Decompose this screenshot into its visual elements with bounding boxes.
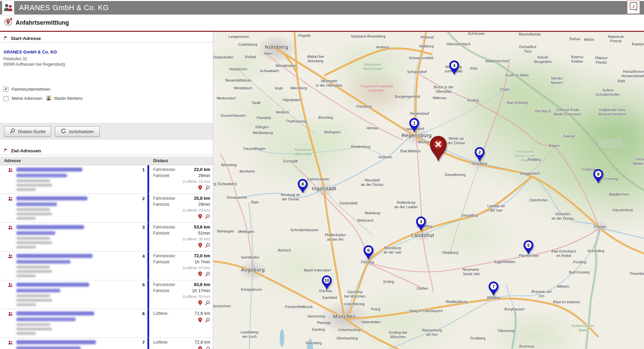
svg-text:9: 9 <box>597 172 599 177</box>
page-header: Anfahrtsermittlung <box>0 15 644 31</box>
distance-cell: Fahrstrecke:22,0 kmFahrtzeit:29min(Luftl… <box>147 165 213 194</box>
distance-cell: Fahrstrecke:72,0 kmFahrtzeit:1h 7min(Luf… <box>147 252 213 280</box>
app-logo[interactable] <box>2 0 14 16</box>
start-address-block: ARANES GmbH & Co. KG Petzkofen 31 93089 … <box>3 49 65 67</box>
address-line-blurred <box>16 179 50 182</box>
detail-magnifier-icon[interactable] <box>205 318 210 323</box>
show-on-map-pin-icon[interactable] <box>198 271 202 277</box>
destination-sublink-blurred[interactable] <box>16 174 67 177</box>
show-on-map-pin-icon[interactable] <box>198 300 202 306</box>
destination-sublink-blurred[interactable] <box>16 289 60 292</box>
address-line-blurred <box>16 328 52 330</box>
fahrstrecke-label: Fahrstrecke: <box>153 195 176 201</box>
luftlinie-note: (Luftlinie: 69 km) <box>153 294 210 299</box>
city-line: 93089 Aufhausen bei Regensburg <box>3 62 65 67</box>
address-line-blurred <box>16 213 52 215</box>
my-addresses-checkbox[interactable] <box>3 96 8 101</box>
destination-sublink-blurred[interactable] <box>16 202 57 206</box>
map[interactable]: LangenzennCadolzburgNürnbergPegnitzDiete… <box>213 32 644 349</box>
company-people-icon <box>8 311 13 317</box>
luftlinie-note: (Luftlinie: 52 km) <box>153 265 210 270</box>
route-pin-icon <box>3 17 13 27</box>
show-on-map-pin-icon[interactable] <box>198 214 202 219</box>
destination-number: 5 <box>136 280 147 309</box>
magnifier-icon <box>10 128 15 135</box>
svg-text:2: 2 <box>478 150 481 155</box>
info-button[interactable]: i <box>627 1 640 14</box>
fahrstrecke-value: 22,0 km <box>194 167 210 173</box>
destination-link-blurred[interactable] <box>16 283 89 287</box>
fahrstrecke-label: Fahrstrecke: <box>153 282 176 288</box>
partner-checkbox[interactable]: ✔ <box>3 87 8 92</box>
distance-cell: Fahrstrecke:25,8 kmFahrtzeit:29min(Luftl… <box>147 194 213 222</box>
address-line-blurred <box>16 217 36 220</box>
destination-sublink-blurred[interactable] <box>16 231 55 235</box>
destination-row: 5Fahrstrecke:83,6 kmFahrtzeit:1h 17min(L… <box>0 280 213 309</box>
destination-link-blurred[interactable] <box>16 225 84 229</box>
app-header: ARANES GmbH & Co. KG <box>0 1 644 15</box>
fahrstrecke-label: Fahrstrecke: <box>153 167 176 173</box>
start-address-title: Start-Adresse <box>11 36 41 41</box>
partner-checkbox-row: ✔ Partnerunternehmen <box>3 87 51 92</box>
flag-icon <box>3 36 8 41</box>
fahrtzeit-value: 1h 7min <box>195 259 210 265</box>
fahrtzeit-value: 29min <box>198 201 210 208</box>
destination-number: 4 <box>136 252 147 280</box>
show-on-map-pin-icon[interactable] <box>198 185 202 191</box>
address-line-blurred <box>16 275 36 277</box>
detail-magnifier-icon[interactable] <box>205 243 210 248</box>
show-on-map-pin-icon[interactable] <box>198 346 202 349</box>
column-address: Adresse <box>4 158 21 163</box>
destination-sublink-blurred[interactable] <box>16 318 76 321</box>
company-people-icon <box>8 196 13 202</box>
company-people-icon <box>8 168 13 173</box>
destination-link-blurred[interactable] <box>16 311 94 315</box>
fahrstrecke-value: 72,0 km <box>194 253 210 259</box>
fahrtzeit-label: Fahrtzeit: <box>153 173 170 179</box>
company-people-icon <box>8 340 13 346</box>
distance-cell: Luftlinie:71,6 km <box>147 309 213 337</box>
destination-number: 2 <box>136 194 147 222</box>
company-people-icon <box>8 225 13 231</box>
detail-magnifier-icon[interactable] <box>205 214 210 219</box>
destination-number: 1 <box>136 165 147 194</box>
company-link[interactable]: ARANES GmbH & Co. KG <box>3 49 65 54</box>
svg-text:1: 1 <box>413 121 415 126</box>
address-line-blurred <box>16 270 52 273</box>
destination-link-blurred[interactable] <box>16 168 82 172</box>
address-line-blurred <box>16 184 52 187</box>
detail-magnifier-icon[interactable] <box>205 346 210 349</box>
destinations-table: 1Fahrstrecke:22,0 kmFahrtzeit:29min(Luft… <box>0 165 213 349</box>
address-line-blurred <box>16 208 50 211</box>
destination-sublink-blurred[interactable] <box>16 346 81 349</box>
destination-number: 7 <box>136 338 147 349</box>
detail-magnifier-icon[interactable] <box>205 271 210 277</box>
address-line-blurred <box>16 303 36 306</box>
destination-number: 3 <box>136 223 147 251</box>
address-line-blurred <box>16 299 52 302</box>
address-line-blurred <box>16 237 50 240</box>
distance-search-button[interactable]: Distanz-Suche <box>4 126 51 137</box>
show-on-map-pin-icon[interactable] <box>198 318 202 323</box>
destination-link-blurred[interactable] <box>16 340 96 344</box>
map-roads <box>213 32 644 349</box>
destination-row: 3Fahrstrecke:53,6 kmFahrtzeit:51min(Luft… <box>0 223 213 252</box>
fahrtzeit-value: 1h 17min <box>192 288 210 294</box>
distance-cell: Fahrstrecke:83,6 kmFahrtzeit:1h 17min(Lu… <box>147 280 213 309</box>
destination-link-blurred[interactable] <box>16 196 87 200</box>
flag-icon <box>3 148 8 154</box>
detail-magnifier-icon[interactable] <box>205 185 210 191</box>
destination-sublink-blurred[interactable] <box>16 260 71 264</box>
address-line-blurred <box>16 241 52 244</box>
refresh-icon <box>61 128 66 135</box>
company-people-icon <box>8 254 13 260</box>
show-on-map-pin-icon[interactable] <box>198 243 202 248</box>
destination-link-blurred[interactable] <box>16 254 93 258</box>
button-strip: Distanz-Suche zurücksetzen <box>0 123 213 139</box>
detail-magnifier-icon[interactable] <box>205 300 210 306</box>
fahrstrecke-label: Fahrstrecke: <box>153 224 176 230</box>
fahrtzeit-label: Fahrtzeit: <box>153 230 170 236</box>
destination-row: 6Luftlinie:71,6 km <box>0 309 213 338</box>
svg-text:5: 5 <box>527 243 529 248</box>
reset-button[interactable]: zurücksetzen <box>55 126 100 137</box>
